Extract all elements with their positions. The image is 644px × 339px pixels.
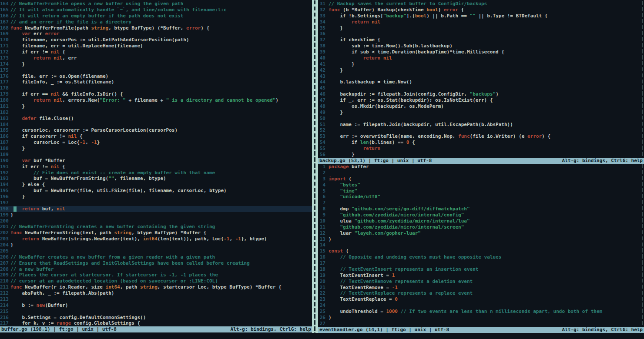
code-line[interactable]: 3import ( — [318, 176, 644, 182]
code-line[interactable]: 35 } — [318, 25, 644, 31]
code-line[interactable]: 45 — [318, 85, 644, 91]
code-line[interactable]: 33 if !b.Settings["backup"].(bool) || b.… — [318, 13, 644, 19]
code-line[interactable]: 207// Ensure that ReadSettings and InitG… — [0, 260, 312, 266]
code-line[interactable]: 209// Places the cursor at startcursor. … — [0, 272, 312, 278]
editor-pane-backup-go[interactable]: 31// Backup saves the current buffer to … — [318, 1, 644, 164]
code-line[interactable]: 24 — [318, 302, 644, 309]
code-line[interactable]: 214 b := new(Buffer) — [0, 302, 312, 309]
code-line[interactable]: 169 var err error — [0, 31, 312, 37]
code-line[interactable]: 26) — [318, 315, 644, 321]
code-line[interactable]: 9 "github.com/zyedidia/micro/internal/co… — [318, 212, 644, 218]
code-line[interactable]: 205 — [0, 248, 312, 254]
code-line[interactable]: 170 filename, cursorPos := util.GetPathA… — [0, 37, 312, 43]
code-line[interactable]: 197 — [0, 200, 312, 206]
code-line[interactable]: 213 — [0, 296, 312, 302]
code-line[interactable]: 184 — [0, 122, 312, 128]
code-line[interactable]: 166// It will return an empty buffer if … — [0, 13, 312, 19]
scrollbar-eventhandler-go[interactable] — [641, 164, 644, 327]
code-line[interactable]: 199} — [0, 212, 312, 218]
code-line[interactable]: 192 // File does not exist -- create an … — [0, 170, 312, 176]
code-line[interactable]: 183 defer file.Close() — [0, 116, 312, 122]
code-line[interactable]: 32func (b *Buffer) Backup(checkTime bool… — [318, 7, 644, 13]
code-line[interactable]: 195 buf = NewBuffer(file, util.FSize(fil… — [0, 188, 312, 194]
code-line[interactable]: 175 — [0, 67, 312, 73]
code-line[interactable]: 203 return NewBuffer(strings.NewReader(t… — [0, 236, 312, 242]
code-line[interactable]: 15const ( — [318, 248, 644, 254]
code-line[interactable]: 55 return — [318, 146, 644, 152]
code-line[interactable]: 185 cursorLoc, cursorerr := ParseCursorL… — [0, 127, 312, 133]
code-line[interactable]: 180 return nil, errors.New("Error: " + f… — [0, 97, 312, 103]
code-line[interactable]: 188 } — [0, 146, 312, 152]
scrollbar-backup-go[interactable] — [641, 1, 644, 158]
code-line[interactable]: 37 if checkTime { — [318, 37, 644, 43]
code-line[interactable]: 4 "bytes" — [318, 182, 644, 188]
code-line[interactable]: 25 undoThreshold = 1000 // If two events… — [318, 309, 644, 315]
code-line[interactable]: 13) — [318, 236, 644, 243]
code-line[interactable]: 208// a new buffer — [0, 266, 312, 273]
code-line[interactable]: 193 buf = NewBufferFromString("", filena… — [0, 176, 312, 182]
code-line[interactable]: 210// cursor at an autodetected location… — [0, 278, 312, 284]
code-line[interactable]: 211func NewBuffer(r io.Reader, size int6… — [0, 284, 312, 290]
code-line[interactable]: 186 if cursorerr != nil { — [0, 133, 312, 140]
code-line[interactable]: 27 — [318, 321, 644, 327]
code-line[interactable]: 168func NewBufferFromFile(path string, b… — [0, 25, 312, 31]
code-line[interactable]: 182 — [0, 110, 312, 116]
command-line[interactable] — [0, 333, 644, 339]
code-line[interactable]: 18 // TextEventInsert represents an inse… — [318, 266, 644, 273]
code-line[interactable]: 50 — [318, 116, 644, 122]
code-area-eventhandler-go[interactable]: 1package buffer23import (4 "bytes"5 "tim… — [318, 164, 644, 327]
code-line[interactable]: 23 TextEventReplace = 0 — [318, 296, 644, 302]
code-line[interactable]: 204} — [0, 242, 312, 248]
code-line[interactable]: 48 os.Mkdir(backupdir, os.ModePerm) — [318, 103, 644, 110]
code-line[interactable]: 10 ulua "github.com/zyedidia/micro/inter… — [318, 218, 644, 224]
code-line[interactable]: 191 if err != nil { — [0, 164, 312, 170]
code-line[interactable]: 217 for k, v := range config.GlobalSetti… — [0, 320, 312, 326]
code-line[interactable]: 38 sub := time.Now().Sub(b.lastbackup) — [318, 43, 644, 49]
code-line[interactable]: 12 luar "layeh.com/gopher-luar" — [318, 230, 644, 236]
code-line[interactable]: 14 — [318, 242, 644, 248]
code-line[interactable]: 41 } — [318, 61, 644, 67]
code-line[interactable]: 172 if err != nil { — [0, 49, 312, 55]
editor-pane-eventhandler-go[interactable]: 1package buffer23import (4 "bytes"5 "tim… — [318, 164, 644, 333]
code-line[interactable]: 34 return nil — [318, 19, 644, 25]
code-line[interactable]: 215 — [0, 309, 312, 315]
code-line[interactable]: 53 err := overwriteFile(name, encoding.N… — [318, 133, 644, 140]
code-line[interactable]: 201// NewBufferFromString creates a new … — [0, 224, 312, 230]
code-line[interactable]: 177 fileInfo, _ := os.Stat(filename) — [0, 79, 312, 85]
code-line[interactable]: 179 if err == nil && fileInfo.IsDir() { — [0, 91, 312, 97]
code-line[interactable]: 171 filename, err = util.ReplaceHome(fil… — [0, 43, 312, 49]
code-line[interactable]: 189 — [0, 152, 312, 158]
code-line[interactable]: 36 — [318, 31, 644, 37]
vertical-split-divider[interactable] — [312, 0, 318, 333]
code-line[interactable]: 165// It will also automatically handle … — [0, 7, 312, 13]
code-line[interactable]: 200 — [0, 218, 312, 224]
code-line[interactable]: 39 if sub < time.Duration(backupTime)*ti… — [318, 49, 644, 55]
code-line[interactable]: 178 — [0, 85, 312, 91]
code-line[interactable]: 46 backupdir := filepath.Join(config.Con… — [318, 91, 644, 97]
editor-pane-buffer-go[interactable]: 164// NewBufferFromFile opens a new buff… — [0, 1, 312, 332]
code-line[interactable]: 196 } — [0, 194, 312, 200]
code-line[interactable]: 52 — [318, 127, 644, 133]
code-line[interactable]: 16 // Opposite and undoing events must h… — [318, 254, 644, 260]
code-line[interactable]: 164// NewBufferFromFile opens a new buff… — [0, 1, 312, 7]
code-line[interactable]: 212 absPath, _ := filepath.Abs(path) — [0, 290, 312, 296]
code-line[interactable]: 47 if _, err := os.Stat(backupdir); os.I… — [318, 97, 644, 103]
code-line[interactable]: 8 dmp "github.com/sergi/go-diff/diffmatc… — [318, 206, 644, 212]
code-line[interactable]: 6 "unicode/utf8" — [318, 194, 644, 200]
code-line[interactable]: 31// Backup saves the current buffer to … — [318, 1, 644, 7]
code-area-buffer-go[interactable]: 164// NewBufferFromFile opens a new buff… — [0, 1, 312, 326]
code-line[interactable]: 7 — [318, 200, 644, 206]
code-line[interactable]: 20 // TextEventRemove represents a delet… — [318, 279, 644, 285]
code-line[interactable]: 181 } — [0, 103, 312, 110]
code-line[interactable]: 206// NewBuffer creates a new buffer fro… — [0, 254, 312, 260]
code-line[interactable]: 56 } — [318, 152, 644, 158]
code-line[interactable]: 11 "github.com/zyedidia/micro/internal/s… — [318, 224, 644, 230]
code-line[interactable]: 51 name := filepath.Join(backupdir, util… — [318, 122, 644, 128]
code-line[interactable]: 17 — [318, 260, 644, 266]
code-line[interactable]: 21 TextEventRemove = -1 — [318, 285, 644, 291]
code-line[interactable]: 5 "time" — [318, 188, 644, 194]
code-line[interactable]: 187 cursorLoc = Loc{-1, -1} — [0, 140, 312, 146]
code-line[interactable]: 44 b.lastbackup = time.Now() — [318, 79, 644, 85]
code-line[interactable]: 22 // TextEventReplace represents a repl… — [318, 290, 644, 296]
code-line[interactable]: 194 } else { — [0, 182, 312, 188]
